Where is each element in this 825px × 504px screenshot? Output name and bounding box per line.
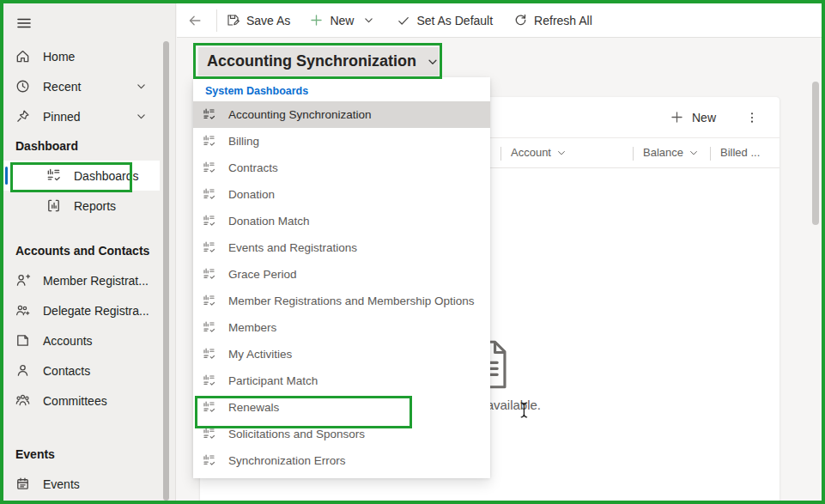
- dashboard-icon: [200, 294, 217, 308]
- dashboard-icon: [200, 267, 217, 282]
- sidebar-item-recent[interactable]: Recent: [3, 71, 175, 101]
- plus-icon: [670, 110, 684, 124]
- hamburger-menu-button[interactable]: [13, 12, 35, 34]
- dashboard-icon: [200, 400, 217, 415]
- chevron-down-icon[interactable]: [136, 81, 147, 92]
- column-header-billed[interactable]: Billed ...: [720, 146, 760, 159]
- back-arrow-icon: [187, 13, 203, 28]
- dashboard-list-item[interactable]: My Activities: [193, 341, 490, 367]
- dashboard-list-item[interactable]: Donation: [193, 181, 490, 208]
- dashboard-list-item[interactable]: Synchronization Errors: [193, 447, 490, 474]
- sidebar-item-label: Events: [43, 477, 80, 491]
- app-window: Home Recent Pinned Dashboard: [0, 0, 825, 504]
- dashboard-item-label: Accounting Synchronization: [228, 108, 372, 121]
- new-label: New: [330, 14, 354, 27]
- home-icon: [14, 48, 31, 64]
- sidebar-group-events: Events: [3, 440, 175, 469]
- sidebar-item-delegate-registrations[interactable]: Delegate Registra...: [3, 295, 175, 325]
- dashboard-item-label: Solicitations and Sponsors: [228, 428, 365, 440]
- dashboard-selector-title: Accounting Synchronization: [207, 52, 416, 70]
- dashboard-item-label: Member Registrations and Membership Opti…: [228, 295, 475, 307]
- set-as-default-label: Set As Default: [416, 14, 493, 27]
- sidebar-item-label: Recent: [43, 80, 81, 94]
- dashboard-item-label: Donation: [228, 188, 275, 201]
- dashboard-item-label: Contracts: [228, 161, 278, 174]
- dashboard-item-label: Synchronization Errors: [228, 454, 346, 467]
- dashboard-icon: [200, 347, 217, 361]
- dashboard-list-item[interactable]: Accounting Synchronization: [193, 101, 490, 128]
- dashboard-list-item[interactable]: Donation Match: [193, 208, 490, 234]
- dashboard-item-label: Donation Match: [228, 215, 310, 228]
- back-button[interactable]: [184, 13, 206, 28]
- chevron-down-icon[interactable]: [363, 15, 374, 26]
- sidebar-item-accounts[interactable]: Accounts: [3, 325, 175, 355]
- toolbar-divider: [216, 9, 217, 32]
- sidebar-item-reports[interactable]: Reports: [3, 191, 175, 221]
- sidebar-item-contacts[interactable]: Contacts: [3, 355, 175, 386]
- sidebar-item-committees[interactable]: Committees: [3, 386, 175, 416]
- dashboard-list-item[interactable]: Solicitations and Sponsors: [193, 421, 490, 447]
- sidebar-item-label: Home: [43, 50, 75, 64]
- sidebar-group-dashboard: Dashboard: [3, 131, 175, 161]
- dashboard-icon: [200, 134, 217, 149]
- recent-clock-icon: [14, 78, 31, 94]
- dashboard-list-item[interactable]: Members: [193, 314, 490, 341]
- dashboard-icon: [200, 320, 217, 335]
- dashboard-icon: [200, 427, 217, 441]
- sidebar-group-accounts-and-contacts: Accounts and Contacts: [3, 236, 175, 265]
- sidebar-item-label: Member Registrat...: [43, 274, 149, 288]
- dashboard-list: Accounting Synchronization Billing Contr…: [193, 101, 490, 474]
- grid-new-button[interactable]: New: [670, 110, 716, 124]
- more-commands-button[interactable]: [745, 111, 759, 124]
- sidebar-item-dashboards[interactable]: Dashboards: [3, 161, 160, 191]
- sidebar-item-pinned[interactable]: Pinned: [3, 101, 175, 131]
- grid-new-label: New: [692, 111, 716, 124]
- calendar-icon: [14, 476, 31, 492]
- dashboard-list-item[interactable]: Renewals: [193, 394, 490, 421]
- dashboard-list-item[interactable]: Events and Registrations: [193, 234, 490, 261]
- refresh-all-button[interactable]: Refresh All: [513, 13, 592, 27]
- dashboard-list-item[interactable]: Contracts: [193, 155, 490, 181]
- sidebar-item-label: Pinned: [43, 110, 81, 124]
- set-as-default-button[interactable]: Set As Default: [397, 14, 493, 27]
- dashboard-icon: [200, 107, 217, 122]
- sidebar-item-member-registrations[interactable]: Member Registrat...: [3, 265, 175, 295]
- plus-icon: [309, 13, 324, 27]
- people-group-icon: [14, 392, 31, 409]
- dashboard-icon: [200, 187, 217, 202]
- chevron-down-icon[interactable]: [136, 111, 147, 122]
- dashboard-icon: [200, 453, 217, 468]
- sidebar-item-events[interactable]: Events: [3, 469, 175, 499]
- page-scrollbar[interactable]: [812, 82, 819, 225]
- column-label: Balance: [643, 146, 683, 159]
- dashboard-selector-trigger[interactable]: Accounting Synchronization: [198, 47, 439, 76]
- dashboard-selector-flyout: System Dashboards Accounting Synchroniza…: [193, 77, 490, 478]
- column-header-account[interactable]: Account: [511, 146, 567, 159]
- sidebar-item-label: Committees: [43, 394, 107, 408]
- column-separator: [500, 147, 501, 161]
- sidebar-item-label: Accounts: [43, 334, 93, 348]
- chevron-down-icon: [427, 56, 439, 68]
- sidebar-item-label: Dashboards: [74, 169, 139, 183]
- column-label: Account: [511, 146, 551, 159]
- dashboard-list-item[interactable]: Participant Match: [193, 367, 490, 394]
- dashboard-icon: [200, 373, 217, 388]
- dashboard-list-item[interactable]: Grace Period: [193, 261, 490, 288]
- save-as-button[interactable]: Save As: [226, 13, 290, 27]
- sidebar-scrollbar[interactable]: [163, 41, 169, 501]
- chevron-down-icon: [689, 148, 699, 158]
- refresh-all-label: Refresh All: [534, 14, 592, 27]
- sidebar-item-home[interactable]: Home: [3, 41, 175, 71]
- dashboard-list-item[interactable]: Billing: [193, 128, 490, 155]
- accounts-icon: [14, 332, 31, 349]
- dashboard-icon: [45, 167, 62, 184]
- column-header-balance[interactable]: Balance: [643, 146, 699, 159]
- system-dashboards-header: System Dashboards: [193, 77, 490, 101]
- person-add-icon: [14, 272, 31, 288]
- dashboard-item-label: Renewals: [228, 401, 279, 414]
- command-bar: Save As New Set As Default Refresh All: [177, 3, 822, 38]
- new-button[interactable]: New: [309, 13, 374, 27]
- column-label: Billed ...: [720, 146, 760, 159]
- dashboard-list-item[interactable]: Member Registrations and Membership Opti…: [193, 288, 490, 314]
- sidebar: Home Recent Pinned Dashboard: [3, 3, 176, 501]
